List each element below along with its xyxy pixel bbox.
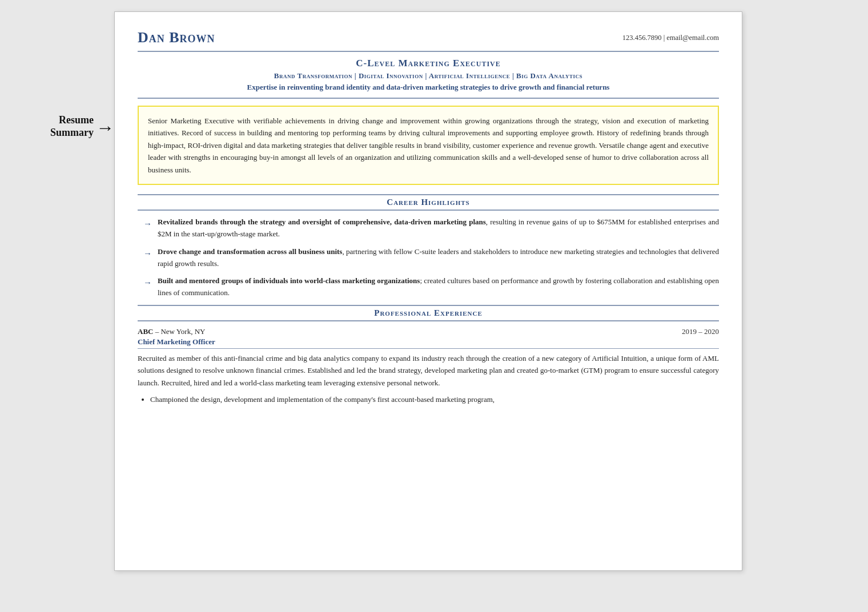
highlight-arrow-icon-1: →: [143, 217, 152, 231]
prof-exp-rule-top: [138, 305, 719, 306]
sidebar-arrow-icon: →: [96, 117, 114, 138]
experience-company-rest: – New York, NY: [153, 327, 205, 336]
experience-bullets: Championed the design, development and i…: [138, 393, 719, 405]
highlight-arrow-icon-2: →: [143, 247, 152, 260]
highlight-text-1: Revitalized brands through the strategy …: [158, 216, 719, 240]
highlight-text-3: Built and mentored groups of individuals…: [158, 275, 719, 299]
career-highlights-rule-top: [138, 194, 719, 195]
sidebar-label-line2: Summary: [50, 127, 94, 139]
resume-contact: 123.456.7890 | email@email.com: [622, 29, 719, 42]
resume-name: Dan Brown: [138, 29, 215, 46]
prof-exp-rule-bottom: [138, 320, 719, 321]
sidebar-label-line1: Resume: [50, 114, 94, 127]
experience-description: Recruited as member of this anti-financi…: [138, 352, 719, 389]
summary-box: Senior Marketing Executive with verifiab…: [138, 106, 719, 185]
highlight-bold-3: Built and mentored groups of individuals…: [158, 276, 420, 285]
highlight-arrow-icon-3: →: [143, 276, 152, 289]
experience-title: Chief Marketing Officer: [138, 337, 719, 349]
highlight-text-2: Drove change and transformation across a…: [158, 246, 719, 270]
highlight-item-1: → Revitalized brands through the strateg…: [143, 216, 719, 240]
career-highlights-heading: Career Highlights: [138, 198, 719, 207]
experience-dates: 2019 – 2020: [682, 327, 719, 336]
sidebar-label-group: Resume Summary →: [50, 114, 114, 139]
resume-header: Dan Brown 123.456.7890 | email@email.com: [138, 29, 719, 52]
page-wrapper: Resume Summary → Dan Brown 123.456.7890 …: [0, 11, 868, 571]
highlight-bold-1: Revitalized brands through the strategy …: [158, 218, 486, 226]
resume-card: Dan Brown 123.456.7890 | email@email.com…: [114, 11, 742, 571]
resume-title-main: C-Level Marketing Executive: [138, 58, 719, 69]
resume-title-sub: Brand Transformation | Digital Innovatio…: [138, 71, 719, 80]
experience-company-bold: ABC: [138, 327, 153, 336]
experience-header-row: ABC – New York, NY 2019 – 2020: [138, 327, 719, 336]
sidebar: Resume Summary →: [11, 11, 114, 139]
highlight-item-2: → Drove change and transformation across…: [143, 246, 719, 270]
experience-company: ABC – New York, NY: [138, 327, 205, 336]
summary-text: Senior Marketing Executive with verifiab…: [148, 116, 709, 174]
professional-experience-heading: Professional Experience: [138, 308, 719, 318]
resume-title-tagline: Expertise in reinventing brand identity …: [138, 83, 719, 92]
highlights-list: → Revitalized brands through the strateg…: [138, 216, 719, 299]
career-highlights-rule-bottom: [138, 210, 719, 211]
highlight-item-3: → Built and mentored groups of individua…: [143, 275, 719, 299]
exp-bullet-1: Championed the design, development and i…: [150, 393, 719, 405]
exp-bullet-text-1: Championed the design, development and i…: [150, 395, 495, 404]
resume-title-block: C-Level Marketing Executive Brand Transf…: [138, 58, 719, 99]
highlight-bold-2: Drove change and transformation across a…: [158, 247, 342, 256]
